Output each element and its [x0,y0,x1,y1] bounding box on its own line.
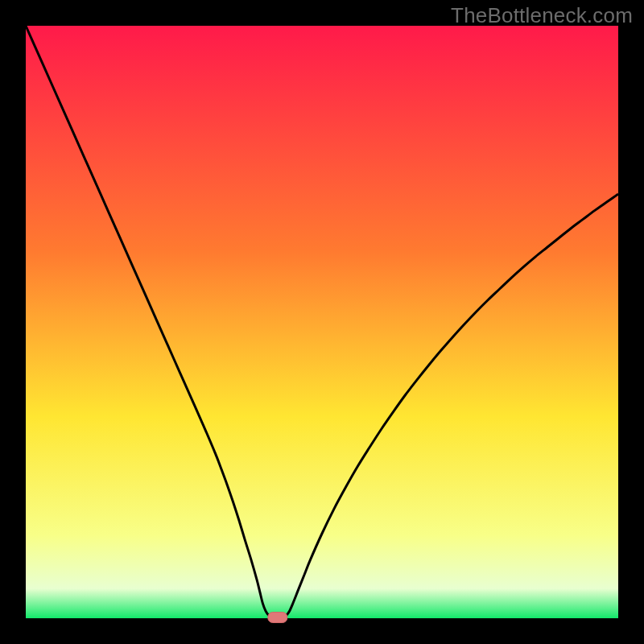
minimum-marker [268,613,287,623]
chart-container: TheBottleneck.com [0,0,644,644]
watermark-text: TheBottleneck.com [451,3,633,28]
plot-background [26,26,618,618]
bottleneck-plot [0,0,644,644]
